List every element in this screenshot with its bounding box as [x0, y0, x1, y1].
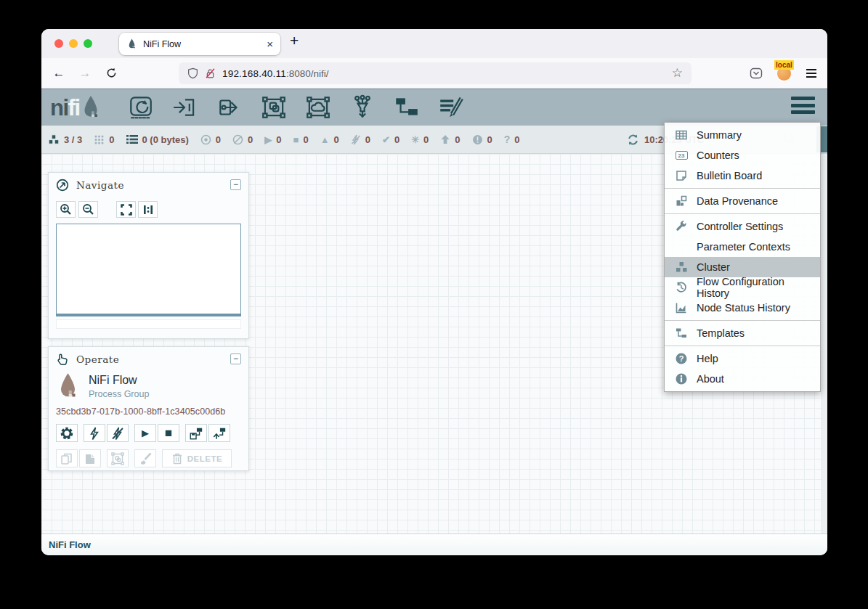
refresh-icon[interactable] [627, 134, 639, 146]
reload-icon [106, 68, 117, 78]
remote-process-group-icon[interactable] [304, 94, 332, 121]
new-tab-button[interactable]: + [290, 32, 299, 49]
controller-settings-icon [674, 220, 689, 233]
collapse-navigate-button[interactable]: − [230, 179, 241, 190]
running-status: ▶ 0 [264, 134, 281, 145]
container-badge: local [774, 60, 794, 70]
disable-button[interactable] [107, 424, 129, 442]
paste-button[interactable] [79, 449, 101, 467]
logo-droplet-icon [81, 95, 100, 120]
summary-table-icon [674, 128, 689, 142]
navigate-minimap[interactable] [56, 224, 241, 316]
enable-button[interactable] [84, 424, 105, 442]
group-selection-icon [110, 451, 125, 466]
tab-title: NiFi Flow [143, 39, 267, 49]
browser-tab[interactable]: NiFi Flow × [119, 33, 280, 55]
processor-icon[interactable] [127, 94, 155, 121]
nifi-favicon-droplet-icon [126, 38, 137, 49]
close-window-button[interactable] [54, 39, 63, 48]
group-button[interactable] [107, 449, 129, 467]
zoom-in-button[interactable] [56, 201, 76, 218]
operate-panel: Operate − NiFi Flow Process Group 35cbd3… [48, 346, 249, 471]
forward-button[interactable]: → [73, 62, 97, 85]
url-path: :8080/nifi/ [286, 68, 329, 79]
menu-item-data-provenance[interactable]: Data Provenance [665, 191, 820, 211]
bookmark-star-icon[interactable]: ☆ [672, 65, 683, 81]
zoom-window-button[interactable] [84, 39, 92, 48]
back-button[interactable]: ← [47, 62, 70, 85]
transmitting-status: 0 [200, 134, 221, 145]
selected-component: NiFi Flow Process Group [57, 372, 240, 400]
stale-icon [440, 134, 450, 144]
minimize-window-button[interactable] [69, 39, 78, 48]
menu-item-summary[interactable]: Summary [665, 125, 820, 145]
start-button[interactable]: ▶ [134, 424, 156, 442]
delete-button[interactable]: DELETE [162, 449, 232, 467]
url-host: 192.168.40.11 [222, 68, 286, 79]
upload-template-button[interactable] [208, 424, 230, 442]
copy-button[interactable] [56, 449, 78, 467]
profile-avatar[interactable]: local [771, 58, 797, 89]
invalid-icon: ▲ [320, 135, 330, 144]
flow-configuration-history-icon [674, 281, 689, 294]
paste-icon [83, 451, 97, 466]
menu-item-cluster[interactable]: Cluster [665, 257, 820, 277]
configure-button[interactable] [56, 424, 78, 442]
output-port-icon[interactable] [216, 94, 243, 121]
menu-item-help[interactable]: ? Help [665, 348, 820, 369]
label-icon[interactable] [437, 94, 465, 121]
operate-panel-title: Operate [76, 353, 223, 365]
global-menu-dropdown: Summary 23 Counters Bulletin Board Data … [664, 122, 821, 392]
browser-tab-bar: NiFi Flow × + [41, 29, 827, 58]
menu-item-parameter-contexts[interactable]: Parameter Contexts [665, 237, 820, 257]
browser-menu-button[interactable] [798, 58, 824, 89]
disabled-status: 0 [351, 134, 370, 145]
menu-item-about[interactable]: About [665, 369, 820, 389]
logo-text-ni: ni [50, 95, 68, 120]
breadcrumb[interactable]: NiFi Flow [49, 539, 91, 550]
help-icon: ? [674, 352, 689, 365]
disabled-icon [351, 134, 361, 145]
menu-item-counters[interactable]: 23 Counters [665, 145, 820, 165]
change-color-button[interactable] [134, 449, 156, 467]
url-bar[interactable]: 192.168.40.11:8080/nifi/ ☆ [179, 62, 691, 84]
funnel-icon[interactable] [349, 94, 376, 121]
not-transmitting-icon [232, 134, 243, 145]
operate-panel-header: Operate − [49, 347, 248, 371]
global-menu-button[interactable] [791, 97, 815, 114]
menu-divider [665, 188, 820, 189]
shield-icon [187, 68, 198, 79]
stop-button[interactable]: ■ [158, 424, 179, 442]
sync-failure-icon: ? [504, 134, 511, 144]
close-tab-icon[interactable]: × [267, 38, 273, 49]
templates-icon [674, 327, 689, 340]
menu-item-flow-configuration-history[interactable]: Flow Configuration History [665, 277, 820, 298]
menu-item-node-status-history[interactable]: Node Status History [665, 298, 820, 318]
play-icon: ▶ [142, 428, 149, 438]
template-icon[interactable] [393, 94, 421, 121]
breadcrumb-bar: NiFi Flow [41, 534, 827, 555]
menu-divider [665, 346, 820, 346]
zoom-out-button[interactable] [78, 201, 98, 218]
menu-item-templates[interactable]: Templates [665, 323, 820, 343]
canvas-scrollbar-track[interactable] [822, 154, 827, 534]
gear-icon [60, 426, 74, 441]
zoom-fit-button[interactable] [116, 201, 136, 218]
bulletin-board-icon [674, 169, 689, 182]
process-group-icon[interactable] [260, 94, 288, 121]
save-template-button[interactable] [185, 424, 207, 442]
lightning-icon [87, 426, 102, 441]
input-port-icon[interactable] [171, 94, 199, 121]
trash-icon [171, 452, 183, 465]
zoom-actual-size-button[interactable] [138, 201, 158, 218]
component-type: Process Group [89, 389, 149, 399]
collapse-operate-button[interactable]: − [230, 353, 241, 364]
menu-item-controller-settings[interactable]: Controller Settings [665, 216, 820, 237]
queued-icon [126, 134, 138, 144]
menu-item-bulletin-board[interactable]: Bulletin Board [665, 165, 820, 186]
pocket-icon[interactable] [743, 58, 769, 89]
cluster-icon [48, 134, 60, 145]
node-status-history-icon [674, 301, 689, 314]
reload-button[interactable] [100, 62, 123, 85]
component-toolbar [127, 94, 465, 121]
